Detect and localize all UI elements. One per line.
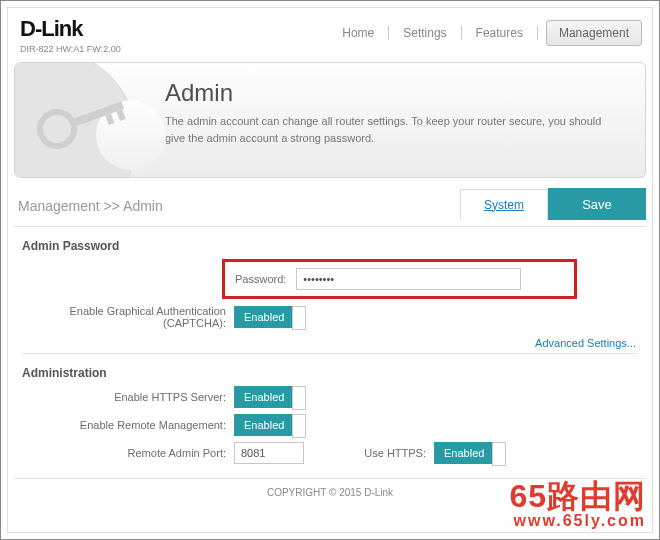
nav-separator [537,26,538,40]
https-server-label: Enable HTTPS Server: [22,391,234,403]
watermark-url: www.65ly.com [509,512,646,530]
captcha-label: Enable Graphical Authentication (CAPTCHA… [22,305,234,329]
password-input[interactable] [296,268,521,290]
advanced-settings-link[interactable]: Advanced Settings... [22,337,636,349]
model-string: DIR-822 HW:A1 FW:2.00 [20,44,121,54]
breadcrumb: Management >> Admin [14,192,460,216]
top-nav: Home Settings Features Management [328,16,642,46]
remote-mgmt-label: Enable Remote Management: [22,419,234,431]
brand-logo: D-Link [20,16,121,42]
remote-port-label: Remote Admin Port: [22,447,234,459]
password-highlight-box: Password: [222,259,577,299]
nav-features[interactable]: Features [462,20,537,46]
https-server-toggle[interactable]: Enabled [234,386,294,408]
divider [22,353,638,354]
section-admin-password: Admin Password [22,239,638,253]
use-https-label: Use HTTPS: [304,447,434,459]
section-administration: Administration [22,366,638,380]
nav-home[interactable]: Home [328,20,388,46]
footer-copyright: COPYRIGHT © 2015 D-Link [14,478,646,498]
page-description: The admin account can change all router … [165,113,605,146]
captcha-toggle[interactable]: Enabled [234,306,294,328]
remote-mgmt-toggle[interactable]: Enabled [234,414,294,436]
nav-settings[interactable]: Settings [389,20,460,46]
banner-graphic [15,63,165,177]
password-label: Password: [235,273,296,285]
remote-port-input[interactable] [234,442,304,464]
use-https-toggle[interactable]: Enabled [434,442,494,464]
system-link[interactable]: System [460,189,548,220]
nav-management[interactable]: Management [546,20,642,46]
brand-block: D-Link DIR-822 HW:A1 FW:2.00 [20,16,121,54]
save-button[interactable]: Save [548,188,646,220]
page-banner: Admin The admin account can change all r… [14,62,646,178]
page-title: Admin [165,79,605,107]
